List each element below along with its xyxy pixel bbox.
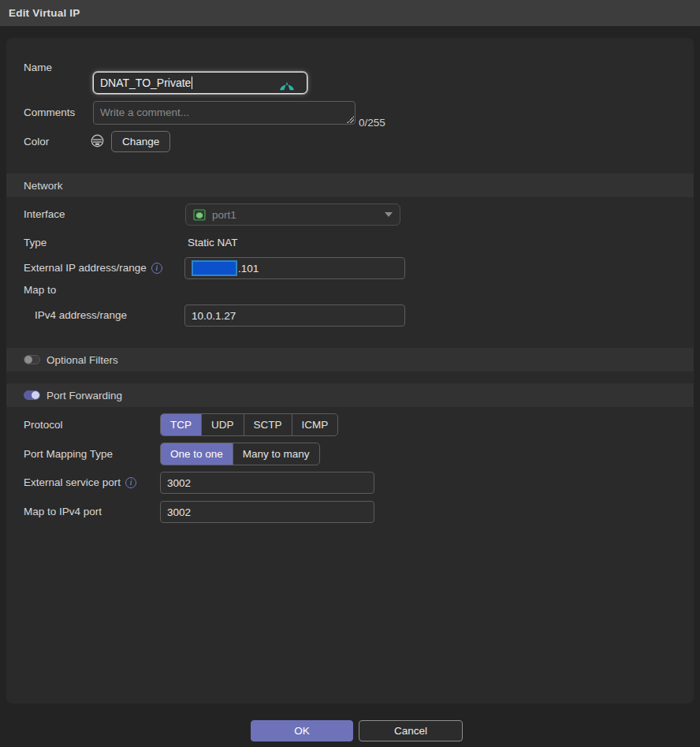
port-mapping-segmented-control: One to one Many to many: [160, 443, 320, 465]
port-mapping-option-one-to-one[interactable]: One to one: [161, 443, 233, 465]
optional-filters-toggle[interactable]: [24, 355, 40, 364]
protocol-option-tcp[interactable]: TCP: [161, 414, 202, 435]
external-ip-label: External IP address/range i: [24, 262, 162, 274]
protocol-option-udp[interactable]: UDP: [202, 414, 244, 435]
color-change-button[interactable]: Change: [111, 131, 170, 152]
ok-button[interactable]: OK: [251, 720, 353, 741]
map-to-ipv4-port-input[interactable]: [160, 501, 374, 523]
network-section-title: Network: [24, 180, 63, 192]
port-mapping-option-many-to-many[interactable]: Many to many: [233, 443, 319, 465]
comments-label: Comments: [24, 106, 75, 118]
map-to-label: Map to: [24, 284, 56, 296]
optional-filters-label: Optional Filters: [47, 354, 118, 366]
port-mapping-type-label: Port Mapping Type: [24, 448, 113, 460]
palette-icon: [91, 134, 104, 148]
resize-grip-icon[interactable]: [347, 116, 354, 123]
info-icon[interactable]: i: [125, 477, 136, 488]
interface-label: Interface: [24, 208, 65, 220]
external-service-port-input[interactable]: [160, 472, 374, 494]
name-value: DNAT_TO_Private: [100, 77, 191, 89]
port-forwarding-toggle[interactable]: [24, 390, 40, 400]
network-section-header: Network: [6, 174, 694, 197]
type-value: Static NAT: [188, 237, 238, 248]
name-label: Name: [24, 62, 52, 73]
dialog-titlebar: Edit Virtual IP: [0, 0, 700, 26]
type-label: Type: [24, 237, 47, 248]
ipv4-range-label: IPv4 address/range: [35, 309, 127, 321]
protocol-label: Protocol: [24, 419, 63, 431]
external-service-port-label: External service port i: [24, 476, 136, 488]
port-forwarding-label: Port Forwarding: [47, 390, 122, 402]
optional-filters-section: Optional Filters: [6, 348, 694, 372]
external-ip-suffix: .101: [238, 263, 259, 275]
port-forwarding-section: Port Forwarding: [6, 383, 694, 407]
ipv4-range-input[interactable]: [184, 304, 405, 327]
chevron-down-icon: [385, 212, 393, 217]
external-ip-input[interactable]: .101: [184, 257, 405, 279]
toggle-knob: [32, 391, 39, 399]
interface-value: port1: [212, 209, 236, 221]
redacted-ip-octets: [192, 260, 237, 276]
comments-char-counter: 0/255: [359, 117, 385, 129]
color-label: Color: [24, 136, 49, 148]
protocol-option-icmp[interactable]: ICMP: [292, 414, 338, 435]
name-input[interactable]: DNAT_TO_Private: [93, 72, 307, 94]
edit-virtual-ip-form: Name DNAT_TO_Private Comments 0/255 Colo…: [6, 38, 694, 704]
protocol-option-sctp[interactable]: SCTP: [244, 414, 292, 435]
dialog-title: Edit Virtual IP: [9, 7, 80, 19]
text-cursor: [192, 77, 192, 89]
password-manager-icon[interactable]: [278, 76, 296, 92]
comments-input[interactable]: [93, 101, 356, 125]
protocol-segmented-control: TCP UDP SCTP ICMP: [160, 413, 338, 436]
comments-field-wrap: [93, 101, 356, 125]
toggle-knob: [24, 356, 32, 364]
cancel-button[interactable]: Cancel: [359, 720, 463, 741]
info-icon[interactable]: i: [151, 263, 162, 274]
interface-select[interactable]: port1: [185, 204, 400, 226]
ethernet-port-icon: [193, 209, 206, 221]
map-to-ipv4-port-label: Map to IPv4 port: [24, 506, 102, 517]
